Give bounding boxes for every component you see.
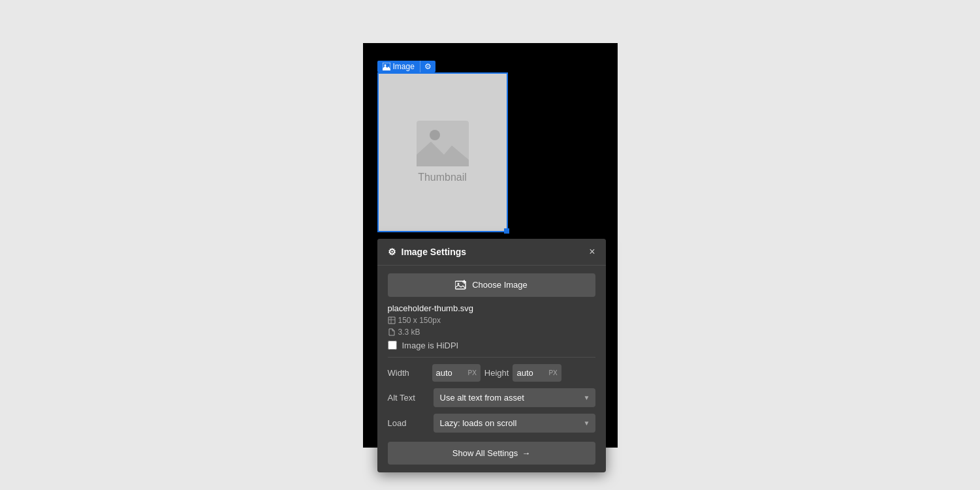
show-all-arrow-icon: → — [522, 448, 530, 458]
hidpi-row: Image is HiDPI — [388, 341, 595, 350]
image-icon — [383, 63, 390, 70]
dimensions-icon — [388, 316, 396, 324]
width-height-row: Width PX Height PX — [388, 364, 595, 382]
alt-text-row: Alt Text Use alt text from asset Custom … — [388, 388, 595, 407]
gear-icon[interactable]: ⚙ — [420, 61, 435, 72]
width-unit: PX — [468, 369, 481, 376]
load-label: Load — [388, 418, 427, 428]
file-size: 3.3 kB — [398, 328, 420, 337]
choose-image-label: Choose Image — [472, 280, 528, 290]
width-input[interactable] — [432, 364, 468, 382]
height-separator-label: Height — [484, 368, 509, 378]
close-button[interactable]: × — [589, 247, 595, 257]
divider-1 — [388, 357, 595, 358]
thumbnail-image-icon — [417, 121, 469, 166]
file-dimensions-row: 150 x 150px — [388, 316, 595, 325]
file-size-icon — [388, 328, 396, 336]
width-height-group: PX Height PX — [432, 364, 595, 382]
hidpi-label: Image is HiDPI — [402, 341, 459, 350]
thumbnail-label: Thumbnail — [418, 172, 467, 183]
settings-gear-icon: ⚙ — [388, 247, 396, 257]
panel-title: ⚙ Image Settings — [388, 247, 467, 257]
show-all-label: Show All Settings — [452, 448, 518, 458]
file-name: placeholder-thumb.svg — [388, 303, 595, 313]
height-input-wrap: PX — [513, 364, 561, 382]
file-info: placeholder-thumb.svg 150 x 150px 3.3 kB — [388, 303, 595, 350]
height-unit: PX — [548, 369, 561, 376]
show-all-settings-button[interactable]: Show All Settings → — [388, 442, 595, 465]
panel-title-text: Image Settings — [402, 247, 467, 257]
svg-point-3 — [430, 130, 440, 140]
choose-image-button[interactable]: Choose Image — [388, 273, 595, 297]
canvas-area: Image ⚙ Thumbnail ⚙ Image Settings × — [363, 43, 618, 448]
settings-panel: ⚙ Image Settings × Choose Image placehol… — [377, 239, 606, 472]
svg-point-5 — [458, 283, 460, 284]
choose-image-icon — [455, 280, 467, 290]
file-size-row: 3.3 kB — [388, 328, 595, 337]
file-dimensions: 150 x 150px — [398, 316, 441, 325]
width-input-wrap: PX — [432, 364, 481, 382]
image-label-tag: Image — [377, 61, 420, 72]
thumbnail-block: Thumbnail — [377, 72, 508, 232]
hidpi-checkbox[interactable] — [388, 341, 397, 350]
panel-body: Choose Image placeholder-thumb.svg 150 x… — [377, 266, 606, 472]
panel-header: ⚙ Image Settings × — [377, 239, 606, 266]
alt-text-label: Alt Text — [388, 393, 427, 403]
width-label: Width — [388, 368, 427, 378]
load-select-wrap: Lazy: loads on scroll Eager: loads immed… — [434, 414, 595, 433]
alt-text-select-wrap: Use alt text from asset Custom None ▼ — [434, 388, 595, 407]
height-input[interactable] — [513, 364, 548, 382]
load-row: Load Lazy: loads on scroll Eager: loads … — [388, 414, 595, 433]
resize-handle[interactable] — [504, 228, 509, 234]
image-block-label: Image ⚙ — [377, 61, 435, 72]
load-select[interactable]: Lazy: loads on scroll Eager: loads immed… — [434, 414, 595, 433]
image-label-text: Image — [393, 62, 415, 71]
alt-text-select[interactable]: Use alt text from asset Custom None — [434, 388, 595, 407]
